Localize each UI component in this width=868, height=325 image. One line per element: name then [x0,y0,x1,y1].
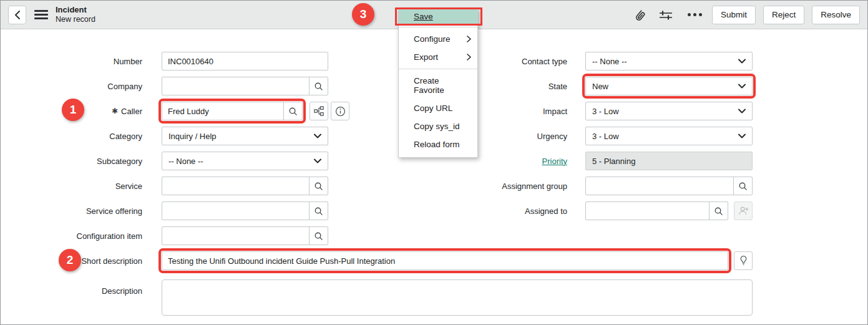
field-row-description: Description [1,281,142,300]
chevron-down-icon [314,133,321,138]
caller-related-records-button[interactable] [310,102,328,120]
header-actions: Submit Reject Resolve [629,6,860,24]
required-marker-icon: ✱ [112,107,118,115]
magnifier-icon [314,82,323,91]
menu-item-create-favorite[interactable]: Create Favorite [399,72,477,99]
resolve-button[interactable]: Resolve [812,6,860,24]
menu-divider [399,69,477,69]
assigned-to-input[interactable] [586,202,709,220]
hierarchy-icon [314,106,324,116]
service-offering-input[interactable] [162,202,309,220]
company-label: Company [1,82,142,91]
caller-lookup-button[interactable] [283,102,302,120]
company-input[interactable] [162,77,309,95]
field-row-service-offering: Service offering [1,201,328,220]
category-select[interactable]: Inquiry / Help [162,127,328,145]
suggestion-button[interactable] [734,251,753,270]
assignment-group-lookup-button[interactable] [733,177,752,195]
menu-item-export[interactable]: Export [399,48,477,66]
field-row-category: Category Inquiry / Help [1,127,328,145]
field-row-assignment-group: Assignment group [400,177,753,195]
form-title-block: Incident New record [56,5,95,24]
description-label: Description [1,286,142,296]
configuration-item-label: Configuration item [1,231,142,241]
caller-preview-button[interactable] [331,102,349,120]
magnifier-icon [288,107,298,116]
chevron-down-icon [738,84,746,89]
field-row-assigned-to: Assigned to [400,201,753,220]
configuration-item-lookup-button[interactable] [309,227,328,245]
priority-readonly-field: 5 - Planning [585,152,753,170]
info-circle-icon [335,106,346,117]
field-row-subcategory: Subcategory -- None -- [1,152,328,170]
assigned-to-label: Assigned to [400,206,567,216]
chevron-right-icon [467,36,471,42]
field-row-configuration-item: Configuration item [1,226,328,245]
service-input[interactable] [162,177,309,195]
chevron-down-icon [738,109,746,114]
chevron-left-icon [14,11,21,19]
reject-button[interactable]: Reject [763,6,804,24]
field-row-short-description: Short description [1,251,753,270]
annotation-step-2: 2 [59,249,81,271]
caller-input[interactable] [162,102,283,120]
assignment-group-label: Assignment group [400,182,567,191]
urgency-select[interactable]: 3 - Low [585,127,753,145]
short-description-input[interactable] [162,252,728,269]
back-button[interactable] [8,6,26,24]
menu-item-reload-form[interactable]: Reload form [399,135,477,153]
assign-to-me-button[interactable] [734,201,753,220]
incident-form-screen: Incident New record [0,0,868,325]
assigned-to-lookup-button[interactable] [709,202,728,220]
page-subtitle: New record [56,15,95,24]
attachment-button[interactable] [629,6,646,24]
field-row-number: Number [1,52,328,70]
more-options-button[interactable] [685,11,705,19]
magnifier-icon [314,231,323,241]
annotation-step-1: 1 [62,99,84,121]
lightbulb-icon [739,255,748,266]
contact-type-select[interactable]: -- None -- [585,52,753,70]
magnifier-icon [314,182,323,191]
configuration-item-input[interactable] [162,227,309,245]
service-label: Service [1,182,142,191]
subcategory-label: Subcategory [1,157,142,166]
priority-link[interactable]: Priority [542,157,567,166]
company-lookup-button[interactable] [309,77,328,95]
submit-button[interactable]: Submit [712,6,756,24]
personalize-form-button[interactable] [656,7,675,23]
chevron-down-icon [738,59,746,64]
menu-divider [399,27,477,27]
dot-icon [693,13,696,16]
service-lookup-button[interactable] [309,177,328,195]
number-input[interactable] [162,52,328,70]
subcategory-select[interactable]: -- None -- [162,152,328,170]
service-offering-label: Service offering [1,206,142,216]
chevron-down-icon [314,158,321,163]
chevron-right-icon [467,54,471,61]
magnifier-icon [314,206,323,216]
dot-icon [688,13,691,16]
assignment-group-input[interactable] [586,177,733,195]
chevron-down-icon [738,133,746,138]
short-description-field-highlighted [162,251,728,270]
service-offering-lookup-button[interactable] [309,202,328,220]
magnifier-icon [714,206,723,216]
annotation-step-3: 3 [352,3,374,26]
context-menu-hamburger-icon[interactable] [34,10,48,19]
menu-item-copy-sys-id[interactable]: Copy sys_id [399,117,477,135]
menu-item-copy-url[interactable]: Copy URL [399,99,477,117]
sliders-icon [659,9,673,21]
impact-select[interactable]: 3 - Low [585,102,753,120]
magnifier-icon [738,182,748,191]
description-textarea[interactable] [162,279,753,316]
state-select-highlighted[interactable]: New [585,77,753,95]
menu-item-save[interactable]: Save [399,9,477,24]
dot-icon [699,13,702,16]
field-row-service: Service [1,177,328,195]
field-row-caller: ✱ Caller [1,102,328,120]
menu-item-configure[interactable]: Configure [399,30,477,48]
form-context-menu: Save Configure Export Create Favorite Co… [398,8,478,158]
person-add-icon [738,206,749,216]
page-title: Incident [56,5,95,15]
